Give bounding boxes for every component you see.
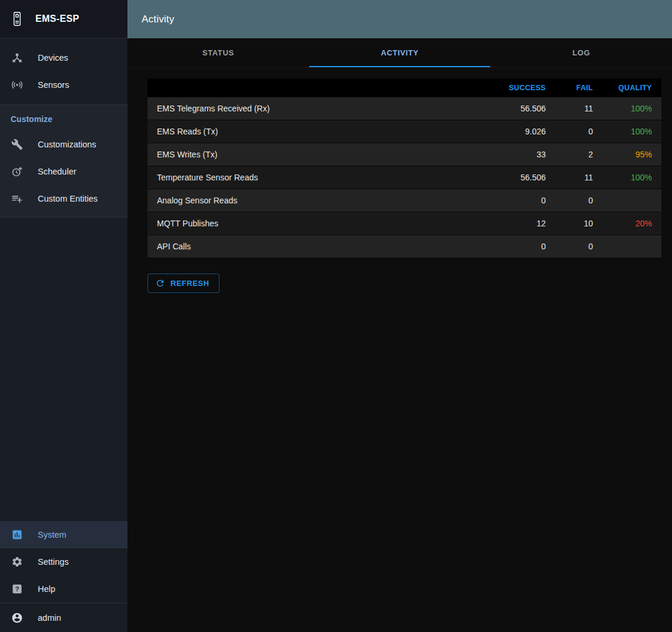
metric-success: 0 (484, 235, 555, 258)
table-row: MQTT Publishes 12 10 20% (147, 212, 661, 235)
table-header-row: SUCCESS FAIL QUALITY (147, 78, 661, 97)
sidebar-item-customizations[interactable]: Customizations (0, 131, 127, 158)
table-row: EMS Reads (Tx) 9.026 0 100% (147, 120, 661, 143)
activity-table: SUCCESS FAIL QUALITY EMS Telegrams Recei… (147, 78, 661, 258)
sidebar-user[interactable]: admin (0, 603, 127, 632)
metric-label: Temperature Sensor Reads (147, 166, 484, 189)
metric-fail: 11 (555, 166, 602, 189)
table-row: Analog Sensor Reads 0 0 (147, 189, 661, 212)
metric-quality: 100% (602, 166, 661, 189)
clock-plus-icon (11, 165, 24, 178)
quality-column-header: QUALITY (602, 78, 661, 97)
account-circle-icon (11, 611, 24, 624)
metric-fail: 0 (555, 120, 602, 143)
sidebar-item-label: Help (38, 584, 55, 594)
metric-fail: 10 (555, 212, 602, 235)
metric-success: 9.026 (484, 120, 555, 143)
metric-fail: 2 (555, 143, 602, 166)
fail-column-header: FAIL (555, 78, 602, 97)
metric-success: 12 (484, 212, 555, 235)
metric-quality (602, 235, 661, 258)
sidebar-item-label: Devices (38, 53, 68, 62)
sidebar-item-label: Scheduler (38, 167, 76, 176)
sensors-icon (11, 78, 24, 91)
app-logo: EMS-ESP (0, 0, 127, 38)
metric-quality: 100% (602, 97, 661, 120)
table-row: EMS Writes (Tx) 33 2 95% (147, 143, 661, 166)
metric-label: Analog Sensor Reads (147, 189, 484, 212)
metric-label: API Calls (147, 235, 484, 258)
sidebar-item-devices[interactable]: Devices (0, 44, 127, 71)
main-area: Activity STATUS ACTIVITY LOG SUCCESS FAI… (127, 0, 672, 632)
tab-bar: STATUS ACTIVITY LOG (127, 38, 672, 68)
metric-column-header (147, 78, 484, 97)
refresh-button-label: REFRESH (171, 279, 209, 288)
table-row: Temperature Sensor Reads 56.506 11 100% (147, 166, 661, 189)
refresh-icon (155, 278, 165, 288)
metric-success: 56.506 (484, 97, 555, 120)
metric-fail: 0 (555, 189, 602, 212)
sidebar-item-label: Custom Entities (38, 194, 98, 203)
metric-quality: 20% (602, 212, 661, 235)
customize-section-header: Customize (0, 105, 127, 131)
device-hub-icon (11, 51, 24, 64)
success-column-header: SUCCESS (484, 78, 555, 97)
svg-text:?: ? (15, 585, 19, 592)
gear-icon (11, 555, 24, 568)
sidebar-item-sensors[interactable]: Sensors (0, 71, 127, 98)
bar-chart-icon (11, 528, 24, 541)
activity-panel: SUCCESS FAIL QUALITY EMS Telegrams Recei… (127, 68, 672, 632)
sidebar-item-custom-entities[interactable]: Custom Entities (0, 185, 127, 212)
sidebar-item-help[interactable]: ? Help (0, 575, 127, 603)
tab-log[interactable]: LOG (490, 38, 672, 67)
tab-status[interactable]: STATUS (127, 38, 309, 67)
metric-fail: 0 (555, 235, 602, 258)
ems-esp-logo-icon (8, 10, 26, 28)
metric-success: 56.506 (484, 166, 555, 189)
metric-label: EMS Reads (Tx) (147, 120, 484, 143)
metric-quality: 95% (602, 143, 661, 166)
app-window: EMS-ESP Devices Sensors Customiz (0, 0, 672, 632)
sidebar-item-scheduler[interactable]: Scheduler (0, 158, 127, 185)
metric-quality (602, 189, 661, 212)
refresh-button[interactable]: REFRESH (147, 274, 219, 293)
table-row: EMS Telegrams Received (Rx) 56.506 11 10… (147, 97, 661, 120)
sidebar-item-system[interactable]: System (0, 521, 127, 548)
sidebar-spacer (0, 218, 127, 521)
app-title: EMS-ESP (35, 14, 79, 24)
sidebar-nav: Devices Sensors Customize Customi (0, 38, 127, 632)
metric-fail: 11 (555, 97, 602, 120)
sidebar: EMS-ESP Devices Sensors Customiz (0, 0, 127, 632)
metric-quality: 100% (602, 120, 661, 143)
username-label: admin (38, 613, 61, 623)
tab-activity[interactable]: ACTIVITY (309, 38, 491, 67)
wrench-icon (11, 138, 24, 151)
metric-label: EMS Telegrams Received (Rx) (147, 97, 484, 120)
app-header: Activity (127, 0, 672, 38)
metric-label: MQTT Publishes (147, 212, 484, 235)
metric-success: 33 (484, 143, 555, 166)
metric-label: EMS Writes (Tx) (147, 143, 484, 166)
page-title: Activity (142, 14, 174, 25)
sidebar-customize-group: Customize Customizations (0, 104, 127, 218)
metric-success: 0 (484, 189, 555, 212)
sidebar-item-label: System (38, 530, 66, 539)
playlist-add-icon (11, 192, 24, 205)
sidebar-item-label: Sensors (38, 80, 69, 90)
sidebar-item-settings[interactable]: Settings (0, 548, 127, 575)
help-icon: ? (11, 582, 24, 595)
sidebar-item-label: Settings (38, 557, 68, 567)
table-row: API Calls 0 0 (147, 235, 661, 258)
sidebar-item-label: Customizations (38, 140, 96, 149)
